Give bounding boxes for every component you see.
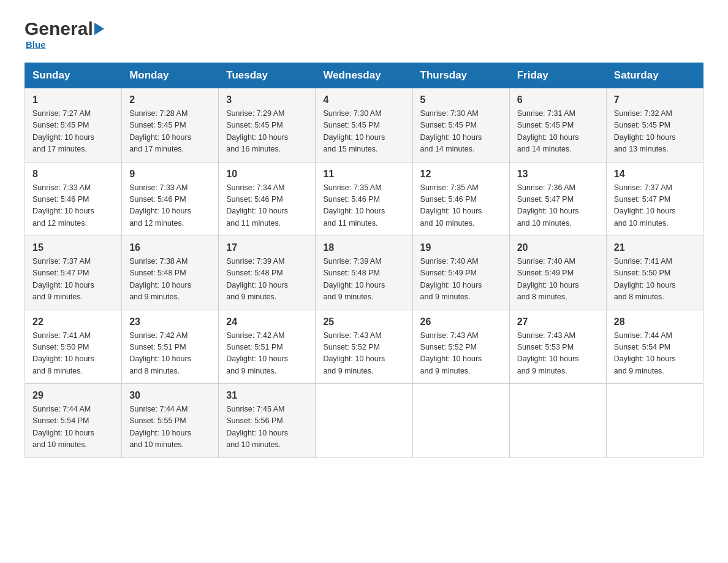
calendar-day-cell: 25 Sunrise: 7:43 AMSunset: 5:52 PMDaylig… — [316, 310, 412, 384]
day-number: 27 — [517, 316, 599, 327]
day-info: Sunrise: 7:41 AMSunset: 5:50 PMDaylight:… — [32, 331, 94, 375]
calendar-day-cell: 21 Sunrise: 7:41 AMSunset: 5:50 PMDaylig… — [606, 236, 703, 310]
calendar-day-cell: 6 Sunrise: 7:31 AMSunset: 5:45 PMDayligh… — [509, 88, 606, 163]
day-number: 17 — [226, 242, 308, 253]
day-info: Sunrise: 7:37 AMSunset: 5:47 PMDaylight:… — [32, 257, 94, 301]
day-info: Sunrise: 7:37 AMSunset: 5:47 PMDaylight:… — [614, 183, 676, 228]
logo-general-text: General — [25, 18, 93, 39]
calendar-day-cell: 9 Sunrise: 7:33 AMSunset: 5:46 PMDayligh… — [122, 162, 219, 236]
calendar-week-row: 22 Sunrise: 7:41 AMSunset: 5:50 PMDaylig… — [25, 310, 703, 384]
page-header: General Blue — [25, 18, 703, 50]
calendar-day-cell: 7 Sunrise: 7:32 AMSunset: 5:45 PMDayligh… — [606, 88, 703, 163]
day-info: Sunrise: 7:30 AMSunset: 5:45 PMDaylight:… — [420, 109, 482, 153]
logo-blue-text: Blue — [26, 39, 46, 50]
calendar-header-saturday: Saturday — [606, 63, 703, 88]
calendar-table: SundayMondayTuesdayWednesdayThursdayFrid… — [25, 63, 703, 458]
calendar-week-row: 8 Sunrise: 7:33 AMSunset: 5:46 PMDayligh… — [25, 162, 703, 236]
day-info: Sunrise: 7:27 AMSunset: 5:45 PMDaylight:… — [32, 109, 94, 153]
calendar-header-thursday: Thursday — [412, 63, 509, 88]
calendar-header-friday: Friday — [509, 63, 606, 88]
calendar-day-cell: 28 Sunrise: 7:44 AMSunset: 5:54 PMDaylig… — [606, 310, 703, 384]
day-number: 24 — [226, 316, 308, 327]
day-info: Sunrise: 7:45 AMSunset: 5:56 PMDaylight:… — [226, 405, 288, 449]
day-number: 6 — [517, 94, 599, 105]
calendar-day-cell — [606, 384, 703, 458]
calendar-day-cell: 10 Sunrise: 7:34 AMSunset: 5:46 PMDaylig… — [219, 162, 316, 236]
calendar-day-cell: 5 Sunrise: 7:30 AMSunset: 5:45 PMDayligh… — [412, 88, 509, 163]
calendar-day-cell: 26 Sunrise: 7:43 AMSunset: 5:52 PMDaylig… — [412, 310, 509, 384]
calendar-day-cell: 14 Sunrise: 7:37 AMSunset: 5:47 PMDaylig… — [606, 162, 703, 236]
day-info: Sunrise: 7:36 AMSunset: 5:47 PMDaylight:… — [517, 183, 579, 228]
calendar-header-monday: Monday — [122, 63, 219, 88]
day-info: Sunrise: 7:44 AMSunset: 5:54 PMDaylight:… — [614, 331, 676, 375]
day-info: Sunrise: 7:44 AMSunset: 5:54 PMDaylight:… — [32, 405, 94, 449]
calendar-day-cell: 17 Sunrise: 7:39 AMSunset: 5:48 PMDaylig… — [219, 236, 316, 310]
day-number: 4 — [323, 94, 404, 105]
calendar-day-cell: 30 Sunrise: 7:44 AMSunset: 5:55 PMDaylig… — [122, 384, 219, 458]
day-info: Sunrise: 7:41 AMSunset: 5:50 PMDaylight:… — [614, 257, 676, 301]
day-number: 29 — [32, 390, 114, 401]
day-info: Sunrise: 7:38 AMSunset: 5:48 PMDaylight:… — [129, 257, 191, 301]
day-info: Sunrise: 7:35 AMSunset: 5:46 PMDaylight:… — [323, 183, 385, 228]
day-number: 1 — [32, 94, 114, 105]
day-info: Sunrise: 7:34 AMSunset: 5:46 PMDaylight:… — [226, 183, 288, 228]
day-number: 20 — [517, 242, 599, 253]
calendar-day-cell: 11 Sunrise: 7:35 AMSunset: 5:46 PMDaylig… — [316, 162, 412, 236]
day-number: 11 — [323, 169, 404, 180]
day-number: 14 — [614, 169, 696, 180]
calendar-day-cell: 27 Sunrise: 7:43 AMSunset: 5:53 PMDaylig… — [509, 310, 606, 384]
calendar-header-sunday: Sunday — [25, 63, 122, 88]
day-number: 23 — [129, 316, 211, 327]
day-number: 16 — [129, 242, 211, 253]
calendar-week-row: 29 Sunrise: 7:44 AMSunset: 5:54 PMDaylig… — [25, 384, 703, 458]
day-number: 25 — [323, 316, 404, 327]
day-info: Sunrise: 7:28 AMSunset: 5:45 PMDaylight:… — [129, 109, 191, 153]
day-number: 22 — [32, 316, 114, 327]
calendar-header-wednesday: Wednesday — [316, 63, 412, 88]
calendar-day-cell — [412, 384, 509, 458]
calendar-day-cell: 31 Sunrise: 7:45 AMSunset: 5:56 PMDaylig… — [219, 384, 316, 458]
calendar-day-cell: 4 Sunrise: 7:30 AMSunset: 5:45 PMDayligh… — [316, 88, 412, 163]
calendar-day-cell: 13 Sunrise: 7:36 AMSunset: 5:47 PMDaylig… — [509, 162, 606, 236]
day-info: Sunrise: 7:43 AMSunset: 5:53 PMDaylight:… — [517, 331, 579, 375]
day-number: 31 — [226, 390, 308, 401]
day-number: 12 — [420, 169, 502, 180]
day-info: Sunrise: 7:35 AMSunset: 5:46 PMDaylight:… — [420, 183, 482, 228]
day-info: Sunrise: 7:43 AMSunset: 5:52 PMDaylight:… — [323, 331, 385, 375]
day-number: 8 — [32, 169, 114, 180]
calendar-day-cell: 8 Sunrise: 7:33 AMSunset: 5:46 PMDayligh… — [25, 162, 122, 236]
calendar-header-row: SundayMondayTuesdayWednesdayThursdayFrid… — [25, 63, 703, 88]
day-info: Sunrise: 7:44 AMSunset: 5:55 PMDaylight:… — [129, 405, 191, 449]
day-info: Sunrise: 7:40 AMSunset: 5:49 PMDaylight:… — [420, 257, 482, 301]
day-info: Sunrise: 7:33 AMSunset: 5:46 PMDaylight:… — [129, 183, 191, 228]
calendar-week-row: 1 Sunrise: 7:27 AMSunset: 5:45 PMDayligh… — [25, 88, 703, 163]
calendar-day-cell: 29 Sunrise: 7:44 AMSunset: 5:54 PMDaylig… — [25, 384, 122, 458]
day-info: Sunrise: 7:42 AMSunset: 5:51 PMDaylight:… — [226, 331, 288, 375]
calendar-day-cell: 1 Sunrise: 7:27 AMSunset: 5:45 PMDayligh… — [25, 88, 122, 163]
day-info: Sunrise: 7:29 AMSunset: 5:45 PMDaylight:… — [226, 109, 288, 153]
calendar-week-row: 15 Sunrise: 7:37 AMSunset: 5:47 PMDaylig… — [25, 236, 703, 310]
calendar-day-cell: 12 Sunrise: 7:35 AMSunset: 5:46 PMDaylig… — [412, 162, 509, 236]
calendar-day-cell: 24 Sunrise: 7:42 AMSunset: 5:51 PMDaylig… — [219, 310, 316, 384]
day-number: 28 — [614, 316, 696, 327]
day-number: 19 — [420, 242, 502, 253]
day-info: Sunrise: 7:43 AMSunset: 5:52 PMDaylight:… — [420, 331, 482, 375]
day-number: 5 — [420, 94, 502, 105]
day-number: 10 — [226, 169, 308, 180]
day-info: Sunrise: 7:32 AMSunset: 5:45 PMDaylight:… — [614, 109, 676, 153]
day-info: Sunrise: 7:39 AMSunset: 5:48 PMDaylight:… — [226, 257, 288, 301]
calendar-day-cell — [509, 384, 606, 458]
day-number: 21 — [614, 242, 696, 253]
calendar-day-cell — [316, 384, 412, 458]
day-number: 13 — [517, 169, 599, 180]
day-info: Sunrise: 7:42 AMSunset: 5:51 PMDaylight:… — [129, 331, 191, 375]
day-info: Sunrise: 7:39 AMSunset: 5:48 PMDaylight:… — [323, 257, 385, 301]
calendar-header-tuesday: Tuesday — [219, 63, 316, 88]
day-number: 26 — [420, 316, 502, 327]
calendar-day-cell: 19 Sunrise: 7:40 AMSunset: 5:49 PMDaylig… — [412, 236, 509, 310]
day-number: 18 — [323, 242, 404, 253]
calendar-day-cell: 23 Sunrise: 7:42 AMSunset: 5:51 PMDaylig… — [122, 310, 219, 384]
day-number: 9 — [129, 169, 211, 180]
day-info: Sunrise: 7:40 AMSunset: 5:49 PMDaylight:… — [517, 257, 579, 301]
day-info: Sunrise: 7:33 AMSunset: 5:46 PMDaylight:… — [32, 183, 94, 228]
